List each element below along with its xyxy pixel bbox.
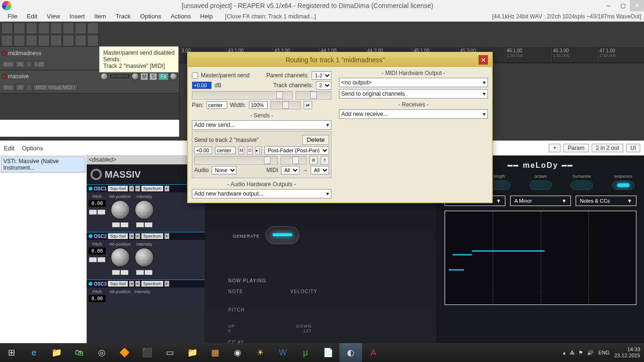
input-button[interactable]: IN: [16, 84, 25, 91]
pan-knob[interactable]: [132, 73, 139, 80]
osc-on-icon[interactable]: [89, 187, 92, 190]
send-pan-slider[interactable]: [281, 156, 306, 165]
toolbar-button[interactable]: [87, 35, 99, 46]
send-options-button[interactable]: ⚙: [309, 156, 318, 165]
send-goto-button[interactable]: ⇑: [321, 156, 329, 165]
toolbar-button[interactable]: [14, 35, 25, 46]
close-button[interactable]: ✕: [630, 0, 644, 11]
send-midi-src-select[interactable]: All: [281, 166, 299, 174]
osc-on-icon[interactable]: [89, 234, 92, 238]
toolbar-button[interactable]: [26, 23, 37, 34]
menu-insert[interactable]: Insert: [65, 12, 90, 21]
route-button[interactable]: I/O ROUTE: [109, 74, 130, 79]
track-2[interactable]: massive I/O ROUTE M S FX trim IN ◦ MIDI:…: [0, 70, 179, 93]
send-volume-slider[interactable]: [194, 156, 278, 165]
track-name[interactable]: massive: [8, 73, 99, 80]
send-mode-select[interactable]: Post-Fader (Post-Pan): [264, 146, 329, 155]
pill-button[interactable]: [529, 181, 552, 190]
store-icon[interactable]: 🛍: [68, 343, 91, 362]
menu-actions[interactable]: Actions: [166, 12, 196, 21]
menu-file[interactable]: File: [3, 12, 22, 21]
pitch-value[interactable]: 0.00: [89, 200, 106, 207]
mode-arrow[interactable]: ▸: [165, 186, 169, 191]
send-pan-input[interactable]: [215, 147, 236, 154]
routing-dialog[interactable]: Routing for track 1 "midimadness" ✕ Mast…: [187, 52, 493, 203]
minimize-button[interactable]: ─: [602, 0, 616, 11]
toolbar-button[interactable]: [75, 35, 86, 46]
send-phase-button[interactable]: ∅: [247, 146, 253, 155]
toolbar-button[interactable]: [1, 35, 13, 46]
toolbar-button[interactable]: [14, 23, 25, 34]
tray-action-center-icon[interactable]: ⚑: [578, 350, 583, 356]
wave-select[interactable]: Squ-Swl: [108, 281, 128, 287]
record-arm[interactable]: [2, 51, 7, 56]
track-name[interactable]: midimadness: [8, 50, 99, 57]
notes-dropdown[interactable]: Notes & CCs▼: [576, 196, 636, 206]
maximize-button[interactable]: ▢: [616, 0, 630, 11]
mode-select[interactable]: Spectrum: [141, 233, 164, 239]
app-icon[interactable]: ▭: [158, 343, 181, 362]
tray-up-icon[interactable]: ▴: [563, 350, 566, 356]
width-knob[interactable]: [170, 73, 177, 80]
midi-hw-output-dropdown[interactable]: <no output>▾: [339, 78, 488, 87]
input-monitor[interactable]: ◦: [26, 61, 33, 68]
app-icon[interactable]: ▦: [204, 343, 226, 362]
toolbar-button[interactable]: [63, 35, 74, 46]
menu-track[interactable]: Track: [111, 12, 135, 21]
osc-on-icon[interactable]: [89, 282, 92, 286]
input-midi[interactable]: MIDI: Virtual MIDI I: [33, 84, 77, 91]
toolbar-button[interactable]: [87, 23, 99, 34]
send-mute-button[interactable]: M: [239, 146, 244, 155]
midi-hw-channels-dropdown[interactable]: Send to original channels▾: [339, 89, 488, 99]
toolbar-button[interactable]: [38, 23, 50, 34]
folder-icon[interactable]: 📁: [181, 343, 204, 362]
fx-chain-list[interactable]: VSTi: Massive (Native Instrument...: [0, 156, 87, 343]
key-dropdown[interactable]: A Minor▼: [510, 196, 571, 206]
tray-volume-icon[interactable]: 🔊: [587, 350, 594, 356]
next-wave[interactable]: ▸: [135, 186, 140, 191]
tray-network-icon[interactable]: 🖧: [570, 350, 575, 355]
toolbar-button[interactable]: [75, 23, 86, 34]
tray-language[interactable]: ENG: [598, 350, 610, 355]
toolbar-button[interactable]: [63, 23, 74, 34]
param-plus-button[interactable]: +: [549, 144, 561, 152]
notepad-icon[interactable]: 📄: [317, 343, 339, 362]
pitch-value[interactable]: 0.00: [89, 295, 106, 302]
wt-knob[interactable]: [110, 247, 130, 267]
acrobat-icon[interactable]: A: [362, 343, 385, 362]
toolbar-button[interactable]: [50, 35, 62, 46]
width-slider[interactable]: [271, 101, 301, 109]
int-knob[interactable]: [134, 247, 154, 267]
pill-button[interactable]: [570, 181, 593, 190]
windows-taskbar[interactable]: ⊞ e 📁 🛍 ◎ 🔶 ⬛ ▭ 📁 ▦ ◉ ☀ W μ 📄 ◐ A ▴ 🖧 ⚑ …: [0, 343, 644, 362]
io-button[interactable]: 2 in 2 out: [592, 144, 623, 152]
routing-close-button[interactable]: ✕: [479, 55, 488, 65]
generate-button[interactable]: [265, 226, 299, 244]
wt-knob[interactable]: [110, 200, 130, 220]
gain-input[interactable]: [192, 82, 212, 89]
master-parent-checkbox[interactable]: [192, 73, 198, 79]
pitch-value[interactable]: 0.00: [89, 247, 106, 255]
send-midi-dst-select[interactable]: All: [311, 166, 329, 174]
input-left[interactable]: Left: [33, 61, 46, 68]
add-send-dropdown[interactable]: Add new send...▾: [192, 120, 331, 130]
toolbar-button[interactable]: [1, 23, 13, 34]
add-hw-output-dropdown[interactable]: Add new hardware output...▾: [192, 189, 331, 198]
width-input[interactable]: [249, 101, 268, 109]
tray-clock[interactable]: 14:33 23.12.2015: [614, 346, 640, 359]
sequence-grid[interactable]: [445, 211, 636, 305]
ui-button[interactable]: UI: [626, 144, 640, 152]
track-1[interactable]: midimadness I/O ROUTE M S FX trim IN ◦ L…: [0, 47, 179, 70]
send-mono-button[interactable]: ▸│: [256, 146, 262, 155]
trim-button[interactable]: trim: [2, 61, 15, 68]
mode-select[interactable]: Spectrum: [141, 281, 164, 287]
width-flip-button[interactable]: ⇄: [304, 101, 312, 109]
pill-button[interactable]: [612, 181, 635, 190]
volume-slider[interactable]: [192, 91, 293, 99]
fx-menu-edit[interactable]: Edit: [4, 145, 14, 152]
menu-options[interactable]: Options: [135, 12, 166, 21]
fx-button[interactable]: FX: [158, 73, 168, 80]
reaper-icon[interactable]: ◐: [339, 343, 362, 362]
pan-input[interactable]: [206, 101, 227, 109]
toolbar-button[interactable]: [50, 23, 62, 34]
